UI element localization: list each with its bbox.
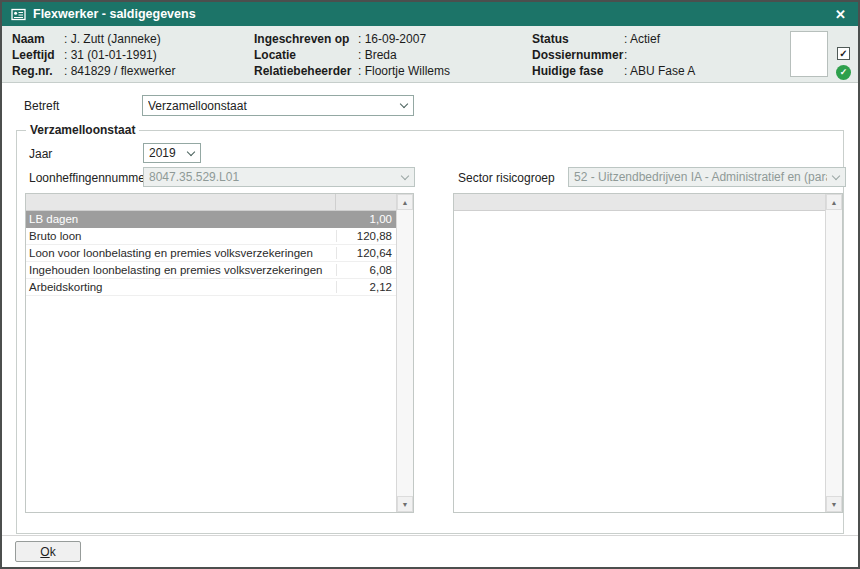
vertical-scrollbar[interactable]: ▲ ▼ bbox=[396, 194, 413, 512]
info-row-huidige-fase: Huidige fase : ABU Fase A bbox=[532, 63, 695, 79]
scroll-track[interactable] bbox=[826, 210, 842, 496]
jaar-selected-value: 2019 bbox=[149, 146, 182, 160]
info-value: : bbox=[624, 47, 627, 63]
info-value: : Breda bbox=[358, 47, 397, 63]
info-row-locatie: Locatie : Breda bbox=[254, 47, 450, 63]
scroll-down-icon[interactable]: ▼ bbox=[826, 496, 842, 512]
table-row[interactable]: LB dagen 1,00 bbox=[26, 211, 396, 228]
flexwerker-saldigegevens-dialog: Flexwerker - saldigegevens ✕ Naam : J. Z… bbox=[0, 0, 860, 569]
window-title: Flexwerker - saldigegevens bbox=[33, 7, 196, 21]
info-row-naam: Naam : J. Zutt (Janneke) bbox=[12, 31, 175, 47]
info-value: : J. Zutt (Janneke) bbox=[64, 31, 161, 47]
sector-risicogroep-label: Sector risicogroep bbox=[458, 171, 555, 185]
info-label: Naam bbox=[12, 31, 64, 47]
verzamelloonstaat-groupbox: Verzamelloonstaat Jaar 2019 Loonheffinge… bbox=[16, 130, 844, 534]
row-name: Ingehouden loonbelasting en premies volk… bbox=[26, 264, 336, 276]
dialog-footer: Ok bbox=[2, 535, 858, 567]
vertical-scrollbar[interactable]: ▲ ▼ bbox=[825, 194, 842, 512]
loonheffingennummer-value: 8047.35.529.L01 bbox=[149, 170, 396, 184]
info-value: : 841829 / flexwerker bbox=[64, 63, 175, 79]
photo-placeholder bbox=[790, 31, 828, 77]
row-name: Loon voor loonbelasting en premies volks… bbox=[26, 247, 336, 259]
scroll-up-icon[interactable]: ▲ bbox=[826, 194, 842, 210]
row-name: Arbeidskorting bbox=[26, 281, 336, 293]
loonheffingennummer-label: Loonheffingennummer bbox=[29, 171, 149, 185]
info-row-leeftijd: Leeftijd : 31 (01-01-1991) bbox=[12, 47, 175, 63]
sector-rows bbox=[454, 211, 825, 512]
scroll-down-icon[interactable]: ▼ bbox=[397, 496, 413, 512]
row-value: 120,64 bbox=[336, 247, 396, 259]
ok-button-accel: O bbox=[40, 545, 49, 559]
sector-list: ▲ ▼ bbox=[453, 193, 843, 513]
info-row-status: Status : Actief bbox=[532, 31, 695, 47]
sector-list-body bbox=[454, 194, 825, 512]
row-name: Bruto loon bbox=[26, 230, 336, 242]
info-row-dossiernummer: Dossiernummer : bbox=[532, 47, 695, 63]
column-header-value bbox=[336, 194, 396, 211]
row-value: 2,12 bbox=[336, 281, 396, 293]
info-label: Dossiernummer bbox=[532, 47, 624, 63]
info-column-3: Status : Actief Dossiernummer : Huidige … bbox=[532, 31, 695, 79]
loonheffingennummer-select: 8047.35.529.L01 bbox=[143, 167, 415, 187]
column-header bbox=[454, 194, 825, 211]
info-value: : Floortje Willems bbox=[358, 63, 450, 79]
chevron-down-icon bbox=[400, 100, 408, 108]
chevron-down-icon bbox=[832, 171, 840, 179]
sector-risicogroep-value: 52 - Uitzendbedrijven IA - Administratie… bbox=[574, 170, 827, 184]
row-name: LB dagen bbox=[26, 213, 336, 225]
table-row[interactable]: Loon voor loonbelasting en premies volks… bbox=[26, 245, 396, 262]
saldi-list-body: LB dagen 1,00 Bruto loon 120,88 Loon voo… bbox=[26, 194, 396, 512]
info-label: Reg.nr. bbox=[12, 63, 64, 79]
chevron-down-icon bbox=[401, 171, 409, 179]
close-icon[interactable]: ✕ bbox=[832, 6, 849, 23]
scroll-track[interactable] bbox=[397, 210, 413, 496]
betreft-selected-value: Verzamelloonstaat bbox=[148, 99, 395, 113]
header-checkbox[interactable]: ✓ bbox=[837, 47, 850, 60]
betreft-label: Betreft bbox=[24, 99, 59, 113]
info-label: Ingeschreven op bbox=[254, 31, 358, 47]
ok-button[interactable]: Ok bbox=[15, 541, 81, 562]
saldi-list-header bbox=[26, 194, 396, 211]
info-label: Relatiebeheerder bbox=[254, 63, 358, 79]
info-row-regnr: Reg.nr. : 841829 / flexwerker bbox=[12, 63, 175, 79]
info-label: Locatie bbox=[254, 47, 358, 63]
chevron-down-icon bbox=[187, 147, 195, 155]
title-bar[interactable]: Flexwerker - saldigegevens ✕ bbox=[2, 2, 858, 26]
info-value: : 16-09-2007 bbox=[358, 31, 426, 47]
info-column-2: Ingeschreven op : 16-09-2007 Locatie : B… bbox=[254, 31, 450, 79]
info-label: Leeftijd bbox=[12, 47, 64, 63]
table-row[interactable]: Bruto loon 120,88 bbox=[26, 228, 396, 245]
person-info-header: Naam : J. Zutt (Janneke) Leeftijd : 31 (… bbox=[2, 26, 858, 83]
info-label: Huidige fase bbox=[532, 63, 624, 79]
table-row[interactable]: Arbeidskorting 2,12 bbox=[26, 279, 396, 296]
ok-button-rest: k bbox=[50, 545, 56, 559]
info-label: Status bbox=[532, 31, 624, 47]
jaar-label: Jaar bbox=[29, 147, 52, 161]
column-header-name bbox=[26, 194, 336, 211]
sector-risicogroep-select: 52 - Uitzendbedrijven IA - Administratie… bbox=[568, 167, 846, 187]
info-value: : ABU Fase A bbox=[624, 63, 695, 79]
row-value: 120,88 bbox=[336, 230, 396, 242]
flexwerker-icon bbox=[11, 8, 26, 21]
saldi-rows: LB dagen 1,00 Bruto loon 120,88 Loon voo… bbox=[26, 211, 396, 512]
info-row-ingeschreven: Ingeschreven op : 16-09-2007 bbox=[254, 31, 450, 47]
info-value: : 31 (01-01-1991) bbox=[64, 47, 157, 63]
info-value: : Actief bbox=[624, 31, 660, 47]
sector-list-header bbox=[454, 194, 825, 211]
groupbox-title: Verzamelloonstaat bbox=[26, 123, 139, 137]
table-row[interactable]: Ingehouden loonbelasting en premies volk… bbox=[26, 262, 396, 279]
info-row-relatiebeheerder: Relatiebeheerder : Floortje Willems bbox=[254, 63, 450, 79]
jaar-select[interactable]: 2019 bbox=[143, 143, 201, 163]
scroll-up-icon[interactable]: ▲ bbox=[397, 194, 413, 210]
row-value: 6,08 bbox=[336, 264, 396, 276]
saldi-list: LB dagen 1,00 Bruto loon 120,88 Loon voo… bbox=[25, 193, 414, 513]
info-column-1: Naam : J. Zutt (Janneke) Leeftijd : 31 (… bbox=[12, 31, 175, 79]
status-check-icon: ✓ bbox=[836, 65, 851, 80]
betreft-select[interactable]: Verzamelloonstaat bbox=[142, 95, 414, 116]
row-value: 1,00 bbox=[336, 213, 396, 225]
